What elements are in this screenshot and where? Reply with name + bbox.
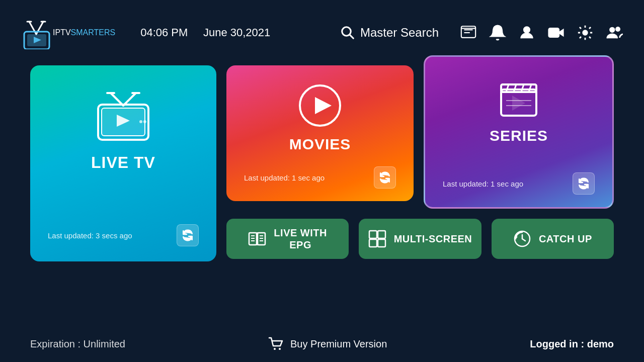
movies-last-updated: Last updated: 1 sec ago bbox=[244, 173, 325, 182]
svg-point-59 bbox=[279, 348, 281, 350]
cards-row: LIVE TV Last updated: 3 secs ago bbox=[30, 65, 614, 261]
datetime: 04:06 PM June 30,2021 bbox=[140, 26, 270, 39]
logo: IPTVSMARTERS bbox=[20, 17, 115, 49]
svg-line-56 bbox=[522, 239, 525, 241]
series-card[interactable]: SERIES Last updated: 1 sec ago bbox=[424, 55, 614, 209]
svg-text:REC: REC bbox=[549, 31, 557, 35]
catch-up-label: CATCH UP bbox=[539, 233, 592, 245]
main-content: LIVE TV Last updated: 3 secs ago bbox=[0, 65, 644, 261]
svg-line-35 bbox=[521, 84, 524, 92]
bottom-buttons: LIVE WITH EPG MULTI-SCREEN bbox=[226, 219, 614, 259]
multiuser-icon-button[interactable] bbox=[605, 23, 624, 42]
svg-rect-51 bbox=[378, 231, 385, 238]
svg-line-34 bbox=[514, 84, 516, 92]
logged-in-label: Logged in : bbox=[530, 338, 587, 349]
catch-up-icon bbox=[513, 230, 531, 248]
live-tv-last-updated: Last updated: 3 secs ago bbox=[48, 231, 132, 240]
expiration-text: Expiration : Unlimited bbox=[30, 338, 125, 350]
series-footer: Last updated: 1 sec ago bbox=[435, 167, 602, 200]
multi-screen-button[interactable]: MULTI-SCREEN bbox=[359, 219, 481, 259]
epg-icon-button[interactable] bbox=[459, 23, 478, 42]
movies-icon bbox=[297, 83, 343, 128]
logged-in-user: demo bbox=[587, 338, 614, 349]
catch-up-button[interactable]: CATCH UP bbox=[492, 219, 614, 259]
svg-point-13 bbox=[524, 27, 529, 33]
footer: Expiration : Unlimited Buy Premium Versi… bbox=[0, 336, 644, 352]
logged-in-info: Logged in : demo bbox=[530, 338, 614, 350]
live-tv-card[interactable]: LIVE TV Last updated: 3 secs ago bbox=[30, 65, 216, 261]
buy-premium-button[interactable]: Buy Premium Version bbox=[268, 336, 387, 352]
time: 04:06 PM bbox=[140, 26, 188, 39]
multi-screen-icon bbox=[368, 230, 386, 248]
svg-line-36 bbox=[529, 84, 531, 92]
series-title: SERIES bbox=[490, 127, 548, 144]
movies-footer: Last updated: 1 sec ago bbox=[236, 161, 404, 194]
live-tv-refresh-button[interactable] bbox=[177, 224, 199, 246]
logo-icon bbox=[20, 17, 53, 49]
right-column: MOVIES Last updated: 1 sec ago bbox=[226, 65, 614, 259]
record-icon-button[interactable]: REC bbox=[546, 23, 566, 42]
settings-icon-button[interactable] bbox=[576, 23, 595, 42]
series-last-updated: Last updated: 1 sec ago bbox=[443, 179, 523, 188]
header-icons: REC bbox=[459, 23, 624, 42]
multi-screen-label: MULTI-SCREEN bbox=[394, 233, 472, 245]
svg-rect-52 bbox=[369, 239, 377, 247]
live-tv-icon-area: LIVE TV bbox=[91, 90, 156, 172]
user-icon-button[interactable] bbox=[517, 23, 536, 42]
svg-line-8 bbox=[350, 35, 353, 38]
svg-point-58 bbox=[274, 348, 276, 350]
svg-point-18 bbox=[610, 28, 615, 32]
svg-line-33 bbox=[506, 84, 509, 92]
live-tv-title: LIVE TV bbox=[91, 153, 155, 172]
movies-title: MOVIES bbox=[289, 136, 351, 153]
movies-icon-area: MOVIES bbox=[289, 83, 351, 153]
svg-point-27 bbox=[139, 120, 142, 123]
logo-text: IPTVSMARTERS bbox=[53, 28, 115, 37]
svg-point-19 bbox=[616, 27, 620, 31]
svg-point-17 bbox=[583, 31, 588, 35]
svg-marker-30 bbox=[315, 97, 332, 114]
series-refresh-button[interactable] bbox=[573, 172, 595, 195]
svg-rect-53 bbox=[378, 239, 385, 247]
series-icon-area: SERIES bbox=[490, 74, 548, 144]
movies-refresh-button[interactable] bbox=[374, 166, 396, 189]
live-tv-icon bbox=[91, 90, 156, 146]
date: June 30,2021 bbox=[203, 26, 270, 39]
movies-card[interactable]: MOVIES Last updated: 1 sec ago bbox=[226, 65, 414, 201]
notification-icon-button[interactable] bbox=[488, 23, 507, 42]
live-with-epg-button[interactable]: LIVE WITH EPG bbox=[226, 219, 349, 259]
svg-point-28 bbox=[143, 120, 146, 123]
svg-marker-39 bbox=[512, 96, 525, 111]
search-bar[interactable]: Master Search bbox=[340, 25, 439, 40]
live-epg-label: LIVE WITH EPG bbox=[274, 227, 327, 251]
search-label: Master Search bbox=[360, 26, 439, 40]
buy-premium-label: Buy Premium Version bbox=[290, 338, 387, 350]
live-epg-icon bbox=[248, 230, 266, 248]
live-tv-footer: Last updated: 3 secs ago bbox=[40, 219, 206, 251]
svg-rect-50 bbox=[369, 231, 377, 238]
search-icon bbox=[340, 25, 355, 40]
top-cards: MOVIES Last updated: 1 sec ago bbox=[226, 65, 614, 209]
cart-icon bbox=[268, 336, 284, 352]
series-icon bbox=[496, 74, 541, 120]
